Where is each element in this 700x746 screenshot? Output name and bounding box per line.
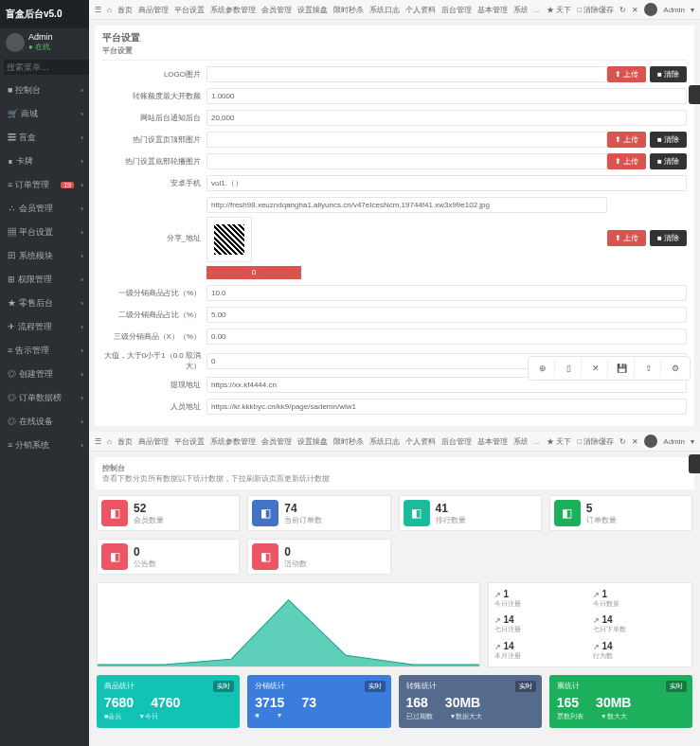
shuffle-icon[interactable]: ✕ [583,359,608,378]
sidebar-item[interactable]: ≡ 告示管理› [0,339,89,363]
upload-button[interactable]: ⬆ 上传 [607,230,646,246]
metric-card[interactable]: 实时分销统计 371573 ■▼ [247,675,390,728]
share-icon[interactable]: ⇪ [637,359,661,378]
order-input[interactable] [206,175,687,191]
upload-button[interactable]: ⬆ 上传 [607,66,646,82]
top-tab[interactable]: 平台设置 [174,436,205,447]
right-drawer-handle[interactable] [689,85,700,104]
caret-down-icon[interactable]: ▾ [691,6,694,14]
top-tab[interactable]: 商品管理 [138,436,169,447]
top-action[interactable]: ★ 天下 [547,5,571,15]
save-icon[interactable]: 💾 [610,359,635,378]
sidebar-item[interactable]: ⛬ 会员管理› [0,197,89,221]
xml-input[interactable] [206,399,687,415]
top-tab[interactable]: 基本管理 [477,5,508,15]
lvl2-input[interactable] [206,307,687,323]
limit-input[interactable] [206,110,687,126]
sidebar-item[interactable]: ⊞ 权限管理› [0,268,89,292]
mobile-icon[interactable]: ▯ [557,359,582,378]
zoom-icon[interactable]: ⊕ [530,359,555,378]
top-tab[interactable]: 个人资料 [405,5,436,15]
top-tab[interactable]: 首页 [117,436,133,447]
lvl3-input[interactable] [206,329,687,345]
top-action[interactable]: ★ 天下 [547,436,571,447]
logo-input[interactable] [206,66,607,82]
upload-button[interactable]: ⬆ 上传 [607,153,646,169]
sidebar-item[interactable]: ◎ 创建管理› [0,363,89,386]
top-tab[interactable]: 平台设置 [174,5,205,15]
banner2-input[interactable] [206,153,607,169]
top-action[interactable]: ✕ [632,437,638,446]
clear-button[interactable]: ■ 清除 [650,132,687,148]
stat-card[interactable]: ◧41排行数量 [399,495,542,531]
top-tab[interactable]: 首页 [117,5,133,15]
stat-card[interactable]: ◧0公告数 [97,539,240,575]
metric-card[interactable]: 实时票统计 16530MB 票数列表▼数大大 [549,675,692,728]
sidebar-item[interactable]: ✈ 流程管理› [0,315,89,339]
top-avatar[interactable] [644,3,657,16]
home-icon[interactable]: ⌂ [107,6,112,14]
top-tab[interactable]: 系统日志 [369,436,400,447]
user-block[interactable]: Admin ● 在线 [0,28,89,56]
stat-card[interactable]: ◧0活动数 [247,539,390,575]
top-action[interactable]: □ 清除缓存 [577,5,614,15]
upload-button[interactable]: ⬆ 上传 [607,132,646,148]
top-action[interactable]: □ 清除缓存 [577,436,614,447]
lvl1-input[interactable] [206,285,687,301]
top-avatar[interactable] [644,435,657,448]
top-tab[interactable]: 后台管理 [441,5,472,15]
search-input[interactable] [4,60,89,75]
top-user[interactable]: Admin [663,437,685,446]
right-drawer-handle-2[interactable] [689,454,700,473]
sidebar-item[interactable]: ≡ 订单管理›19 [0,173,89,197]
sidebar-item[interactable]: ★ 零售后台› [0,292,89,315]
sidebar-item[interactable]: ◎ 订单数据榜› [0,386,89,410]
top-action[interactable]: ↻ [619,6,626,14]
top-tab[interactable]: 会员管理 [261,436,292,447]
refresh-icon[interactable]: ☰ [95,437,101,446]
top-tab[interactable]: 系统管理 [513,5,528,15]
top-tab[interactable]: 设置操盘 [297,436,328,447]
top-action[interactable]: ↻ [619,437,626,446]
clear-button[interactable]: ■ 清除 [650,153,687,169]
gear-icon[interactable]: ⚙ [663,359,688,378]
metric-card[interactable]: 实时商品统计 76804760 ■会员▼今日 [97,675,240,728]
start-bonus-input[interactable] [206,88,687,104]
stat-card[interactable]: ◧5订单数量 [549,495,692,531]
top-tab[interactable]: 商品管理 [138,5,169,15]
top-tab[interactable]: 基本管理 [477,436,508,447]
sidebar-item[interactable]: 🛒 商城› [0,102,89,126]
banner-input[interactable] [206,132,607,148]
sidebar-item[interactable]: ▦ 平台设置› [0,221,89,244]
top-tab[interactable]: 个人资料 [405,436,436,447]
top-action[interactable]: ✕ [632,6,638,14]
top-tab[interactable]: 系统参数管理 [210,436,256,447]
top-tab[interactable]: 系统管理 [513,436,528,447]
sidebar-item[interactable]: ■ 控制台› [0,79,89,102]
top-action[interactable]: … [533,437,541,446]
sidebar-item[interactable]: ☰ 盲盒› [0,126,89,150]
clear-button[interactable]: ■ 清除 [650,230,687,246]
top-tab[interactable]: 限时秒杀 [333,436,364,447]
sidebar-item[interactable]: ≡ 分销系统› [0,434,89,457]
home-icon[interactable]: ⌂ [107,437,112,446]
share-input[interactable] [206,197,607,213]
top-action[interactable]: … [533,6,541,14]
sidebar-item[interactable]: ∎ 卡牌› [0,150,89,173]
sidebar-item[interactable]: 田 系统模块› [0,244,89,268]
top-tab[interactable]: 会员管理 [261,5,292,15]
refresh-icon[interactable]: ☰ [95,6,101,14]
top-tab[interactable]: 系统日志 [369,5,400,15]
stat-card[interactable]: ◧74当前订单数 [247,495,390,531]
metric-card[interactable]: 实时转账统计 16830MB 已过期数▼数据大大 [399,675,542,728]
top-user[interactable]: Admin [663,6,685,14]
panel-subtab[interactable]: 平台设置 [102,46,133,55]
sidebar-item[interactable]: ◎ 在线设备› [0,410,89,434]
top-tab[interactable]: 后台管理 [441,436,472,447]
top-tab[interactable]: 设置操盘 [297,5,328,15]
clear-button[interactable]: ■ 清除 [650,66,687,82]
caret-down-icon[interactable]: ▾ [691,437,694,446]
top-tab[interactable]: 限时秒杀 [333,5,364,15]
stat-card[interactable]: ◧52会员数量 [97,495,240,531]
top-tab[interactable]: 系统参数管理 [210,5,256,15]
